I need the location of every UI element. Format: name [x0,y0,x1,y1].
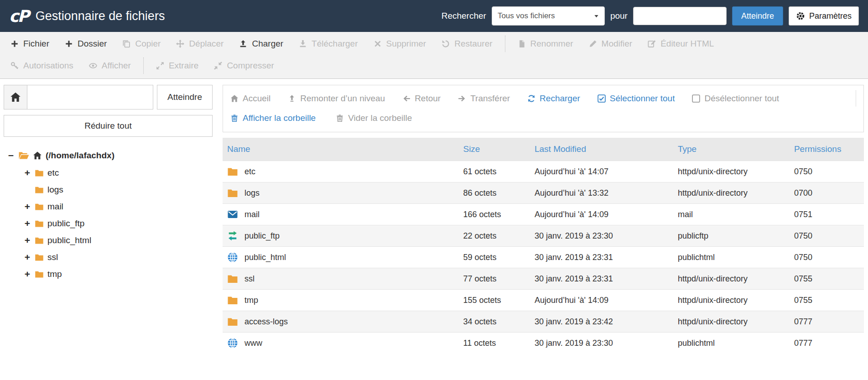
table-row-www[interactable]: www 11 octets 30 janv. 2019 à 23:30 publ… [223,333,864,354]
home-button[interactable] [4,85,27,109]
nav-select-all-label: Sélectionner tout [610,94,675,104]
permissions-button[interactable]: Autorisations [3,61,81,71]
compress-button[interactable]: Compresser [206,61,281,71]
column-header-last-modified[interactable]: Last Modified [530,138,673,161]
search-preposition-label: pour [610,11,628,21]
table-row-access-logs[interactable]: access-logs 34 octets 30 janv. 2019 à 23… [223,311,864,333]
nav-deselect-all-link[interactable]: Désélectionner tout [692,94,779,104]
extract-button[interactable]: Extraire [148,61,206,71]
column-header-type[interactable]: Type [673,138,790,161]
nav-back-link[interactable]: Retour [402,94,441,104]
new-folder-label: Dossier [78,39,107,49]
file-table-header-row: Name Size Last Modified Type Permissions [223,138,864,161]
empty-trash-link[interactable]: Vider la corbeille [336,113,412,123]
restore-label: Restaurer [454,39,492,49]
tree-item-public_ftp[interactable]: + public_ftp [7,215,213,232]
expand-icon[interactable]: + [24,167,31,178]
move-button[interactable]: Déplacer [168,39,231,49]
table-row-ssl[interactable]: ssl 77 octets 30 janv. 2019 à 23:31 http… [223,268,864,290]
tree-item-public_html[interactable]: + public_html [7,232,213,249]
file-table: Name Size Last Modified Type Permissions… [223,138,864,354]
table-row-mail[interactable]: mail 166 octets Aujourd’hui 'à' 14:09 ma… [223,204,864,225]
copy-button[interactable]: Copier [114,39,168,49]
expand-icon[interactable]: + [24,218,31,229]
download-button[interactable]: Télécharger [291,39,365,49]
checkbox-empty-icon [692,94,700,103]
nav-reload-link[interactable]: Recharger [527,94,580,104]
table-row-public_html[interactable]: public_html 59 octets 30 janv. 2019 à 23… [223,247,864,268]
file-name: ssl [244,274,255,284]
download-label: Télécharger [312,39,358,49]
table-row-etc[interactable]: etc 61 octets Aujourd’hui 'à' 14:07 http… [223,161,864,182]
settings-button[interactable]: Paramètres [789,6,859,26]
html-editor-label: Éditeur HTML [660,39,714,49]
html-editor-button[interactable]: Éditeur HTML [640,39,722,49]
file-modified: 30 janv. 2019 à 23:30 [530,333,673,354]
folder-icon [35,202,44,211]
view-button[interactable]: Afficher [81,61,139,71]
file-permissions: 0755 [790,290,864,311]
nav-up-one-level-link[interactable]: Remonter d’un niveau [288,94,385,104]
edit-button[interactable]: Modifier [581,39,640,49]
expand-icon[interactable]: + [24,235,31,246]
folder-icon [35,270,44,279]
header: cP Gestionnaire de fichiers Rechercher T… [0,0,868,32]
tree-item-mail[interactable]: + mail [7,198,213,215]
settings-button-label: Paramètres [809,11,852,21]
upload-button[interactable]: Charger [231,39,291,49]
tree-item-root[interactable]: − (/home/lafachdx) [7,147,213,164]
tree-item-tmp[interactable]: + tmp [7,265,213,282]
expand-icon[interactable]: + [24,269,31,280]
column-header-permissions[interactable]: Permissions [790,138,864,161]
file-nav-toolbar: Accueil Remonter d’un niveau Retour Tran… [223,85,864,132]
restore-button[interactable]: Restaurer [434,39,500,49]
empty-trash-label: Vider la corbeille [348,113,412,123]
table-row-logs[interactable]: logs 86 octets Aujourd’hui 'à' 13:32 htt… [223,182,864,204]
file-permissions: 0750 [790,161,864,182]
nav-deselect-all-label: Désélectionner tout [704,94,779,104]
search-go-button[interactable]: Atteindre [732,6,783,26]
toolbar: Fichier Dossier Copier Déplacer Charger … [0,32,868,79]
rename-button[interactable]: Renommer [510,39,581,49]
expand-icon[interactable]: + [24,252,31,263]
mail-icon [227,209,238,220]
collapse-all-button[interactable]: Réduire tout [4,115,213,137]
restore-icon [442,40,450,48]
new-folder-button[interactable]: Dossier [57,39,114,49]
path-input[interactable] [27,85,153,109]
file-permissions: 0750 [790,225,864,247]
view-trash-link[interactable]: Afficher la corbeille [230,113,316,123]
nav-forward-link[interactable]: Transférer [458,94,510,104]
column-header-name[interactable]: Name [223,138,458,161]
new-file-button[interactable]: Fichier [3,39,57,49]
expand-icon[interactable]: + [24,201,31,212]
table-row-public_ftp[interactable]: public_ftp 22 octets 30 janv. 2019 à 23:… [223,225,864,247]
search-scope-select[interactable]: Tous vos fichiers [492,6,605,26]
tree-item-label: mail [47,202,63,212]
file-modified: Aujourd’hui 'à' 13:32 [530,182,673,204]
collapse-icon[interactable]: − [7,150,15,161]
file-modified: 30 janv. 2019 à 23:30 [530,225,673,247]
table-row-tmp[interactable]: tmp 155 octets Aujourd’hui 'à' 14:09 htt… [223,290,864,311]
tree-item-label: logs [47,185,63,195]
nav-select-all-link[interactable]: Sélectionner tout [598,94,675,104]
tree-item-ssl[interactable]: + ssl [7,249,213,265]
tree-item-label: ssl [47,252,58,262]
tree-item-logs[interactable]: logs [7,181,213,198]
home-icon [33,151,42,160]
search-input[interactable] [633,7,727,25]
home-icon [10,92,21,103]
delete-button[interactable]: Supprimer [366,39,434,49]
goto-button[interactable]: Atteindre [157,85,213,109]
file-type: publicftp [673,225,790,247]
transfer-arrows-icon [227,230,238,241]
folder-icon [227,166,238,177]
tree-item-etc[interactable]: + etc [7,164,213,181]
tree-item-label: etc [47,168,59,178]
toolbar-row-1: Fichier Dossier Copier Déplacer Charger … [0,33,868,55]
column-header-size[interactable]: Size [458,138,530,161]
cpanel-logo: cP [9,7,28,26]
file-permissions: 0700 [790,182,864,204]
nav-home-link[interactable]: Accueil [230,94,270,104]
file-permissions: 0755 [790,268,864,290]
